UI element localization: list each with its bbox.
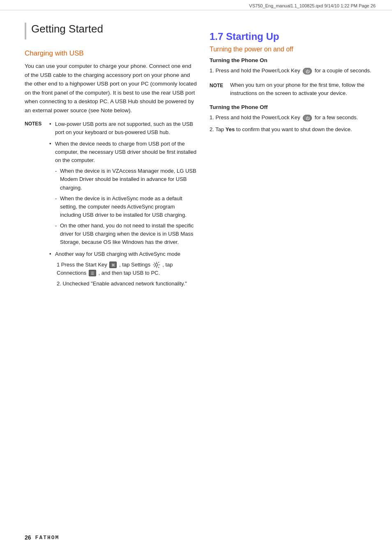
page-title: Getting Started bbox=[25, 23, 197, 39]
note-label: NOTE bbox=[210, 82, 230, 97]
page-header: VS750_Eng_manual1.1_100825.qxd 9/14/10 1… bbox=[0, 0, 392, 10]
notes-block: NOTES Low-power USB ports are not suppor… bbox=[25, 120, 197, 292]
page-number: 26 bbox=[25, 534, 31, 541]
intro-text: You can use your computer to charge your… bbox=[25, 62, 197, 115]
power-on-off-heading: Turning the power on and off bbox=[210, 46, 374, 53]
section-17-title: 1.7 Starting Up bbox=[210, 31, 374, 42]
phone-off-step1: 1. Press and hold the Power/Lock Key ⏻ f… bbox=[210, 114, 374, 122]
turning-phone-on-heading: Turning the Phone On bbox=[210, 57, 374, 63]
charging-usb-heading: Charging with USB bbox=[25, 49, 197, 58]
step-1: 1 Press the Start Key ⌘ , tap Settings ,… bbox=[57, 261, 197, 277]
page-container: Getting Started Charging with USB You ca… bbox=[0, 10, 392, 312]
turning-phone-off-heading: Turning the Phone Off bbox=[210, 104, 374, 110]
yes-text: Yes bbox=[226, 126, 235, 132]
phone-off-step2: 2. Tap Yes to confirm that you want to s… bbox=[210, 125, 374, 134]
note-bullet-3: Another way for USB charging with Active… bbox=[49, 250, 197, 288]
section-17: 1.7 Starting Up Turning the power on and… bbox=[210, 31, 374, 134]
note-text: When you turn on your phone for the firs… bbox=[230, 81, 374, 97]
step-2: 2. Unchecked "Enable advanced network fu… bbox=[57, 280, 197, 288]
notes-content: Low-power USB ports are not supported, s… bbox=[49, 120, 197, 288]
start-key-icon: ⌘ bbox=[109, 262, 117, 268]
svg-point-0 bbox=[155, 264, 158, 266]
header-text: VS750_Eng_manual1.1_100825.qxd 9/14/10 1… bbox=[249, 3, 376, 8]
note-dash-1: When the device is in VZAccess Manager m… bbox=[55, 167, 197, 192]
brand-logo: FATHOM bbox=[35, 535, 60, 541]
connections-icon: ☰ bbox=[89, 270, 96, 276]
phone-on-step1: 1. Press and hold the Power/Lock Key ⏻ f… bbox=[210, 67, 374, 75]
note-dash-3: On the other hand, you do not need to in… bbox=[55, 222, 197, 246]
notes-label: NOTES bbox=[25, 121, 42, 127]
power-lock-key-icon: ⏻ bbox=[303, 68, 312, 74]
note-bullet-1: Low-power USB ports are not supported, s… bbox=[49, 120, 197, 137]
page-footer: 26 FATHOM bbox=[25, 534, 59, 541]
settings-icon bbox=[153, 262, 160, 268]
note-block: NOTE When you turn on your phone for the… bbox=[210, 81, 374, 97]
left-column: Getting Started Charging with USB You ca… bbox=[25, 23, 197, 295]
power-lock-key-icon-2: ⏻ bbox=[303, 115, 312, 121]
note-bullet-2: When the device needs to charge from USB… bbox=[49, 140, 197, 247]
note-dash-2: When the device is in ActiveSync mode as… bbox=[55, 195, 197, 219]
right-column: 1.7 Starting Up Turning the power on and… bbox=[210, 23, 374, 295]
